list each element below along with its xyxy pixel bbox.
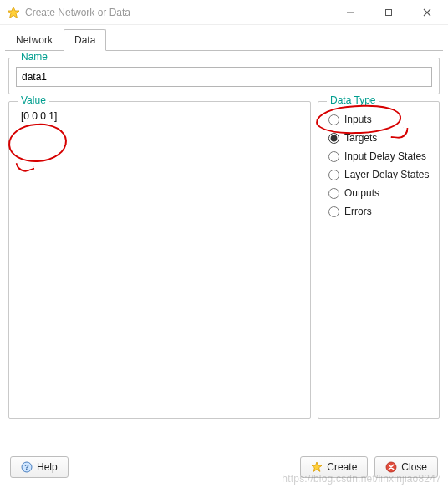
value-textarea[interactable]: [0 0 0 1]: [16, 107, 303, 409]
name-legend: Name: [18, 51, 51, 63]
svg-rect-1: [386, 9, 392, 15]
name-group: Name: [8, 58, 440, 94]
close-button-label: Close: [401, 461, 427, 473]
radio-outputs-input[interactable]: [328, 188, 339, 199]
button-bar: ? Help Create Close: [0, 450, 448, 488]
radio-errors-input[interactable]: [328, 206, 339, 217]
radio-errors-label: Errors: [344, 206, 372, 217]
svg-marker-4: [312, 462, 322, 471]
value-legend: Value: [18, 94, 49, 106]
radio-outputs-label: Outputs: [344, 187, 379, 199]
title-bar: Create Network or Data: [0, 0, 448, 25]
help-button[interactable]: ? Help: [10, 456, 69, 478]
app-star-icon: [7, 6, 20, 19]
radio-targets-input[interactable]: [328, 133, 339, 144]
datatype-group: Data Type Inputs Targets Input Delay Sta…: [318, 101, 440, 419]
tab-content-data: Name Value [0 0 0 1] Data Type Inputs Ta…: [0, 51, 448, 430]
window-close-button[interactable]: [408, 0, 446, 25]
tab-network[interactable]: Network: [5, 29, 64, 51]
radio-layer-delay-states-label: Layer Delay States: [344, 169, 429, 180]
radio-outputs[interactable]: Outputs: [328, 187, 432, 199]
radio-targets-label: Targets: [344, 132, 377, 144]
value-group: Value [0 0 0 1]: [8, 101, 311, 419]
radio-input-delay-states-label: Input Delay States: [344, 150, 426, 162]
radio-errors[interactable]: Errors: [328, 206, 432, 217]
svg-marker-0: [8, 7, 19, 18]
datatype-legend: Data Type: [327, 94, 379, 106]
radio-input-delay-states-input[interactable]: [328, 151, 339, 162]
radio-inputs[interactable]: Inputs: [328, 114, 432, 125]
radio-input-delay-states[interactable]: Input Delay States: [328, 150, 432, 162]
window-maximize-button[interactable]: [369, 0, 408, 25]
create-button[interactable]: Create: [300, 456, 368, 478]
window-minimize-button[interactable]: [331, 0, 369, 25]
create-star-icon: [311, 461, 323, 473]
create-button-label: Create: [327, 461, 357, 473]
tab-strip: Network Data: [0, 25, 448, 50]
help-button-label: Help: [37, 461, 58, 473]
radio-targets[interactable]: Targets: [328, 132, 432, 144]
svg-text:?: ?: [24, 463, 29, 471]
tab-data[interactable]: Data: [64, 29, 106, 51]
name-input[interactable]: [16, 67, 432, 87]
window-title: Create Network or Data: [25, 7, 130, 18]
radio-inputs-input[interactable]: [328, 114, 339, 125]
close-x-icon: [385, 461, 397, 473]
radio-layer-delay-states-input[interactable]: [328, 170, 339, 180]
radio-inputs-label: Inputs: [344, 114, 372, 125]
help-icon: ?: [21, 461, 33, 473]
close-button[interactable]: Close: [374, 456, 438, 478]
radio-layer-delay-states[interactable]: Layer Delay States: [328, 169, 432, 180]
